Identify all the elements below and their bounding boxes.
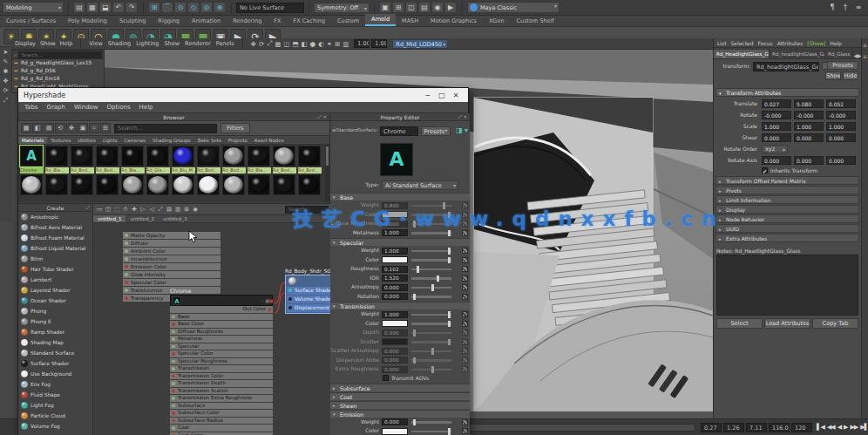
hide-button[interactable]: Hide [843, 71, 858, 80]
create-node-item[interactable]: Light Fog [18, 400, 92, 411]
slider-track[interactable] [411, 223, 451, 226]
slider-track[interactable] [411, 431, 451, 433]
shading-group-row[interactable]: Surface Shader [287, 287, 330, 295]
node-toolbar-icon[interactable]: ▤ [165, 206, 173, 213]
map-button-icon[interactable] [462, 230, 468, 236]
map-button-icon[interactable] [462, 212, 468, 218]
material-preview-swatch[interactable]: A [380, 143, 413, 176]
node-attribute-row[interactable]: Subsurface Color [170, 410, 273, 417]
create-node-item[interactable]: Phong [18, 306, 92, 316]
value-z[interactable]: -0.000 [826, 111, 856, 119]
material-swatch[interactable] [221, 173, 247, 196]
slider-track[interactable] [411, 314, 451, 316]
presets-button[interactable]: Presets [827, 61, 858, 70]
ipr-render-icon[interactable]: ⊞ [392, 2, 404, 13]
transmit-aovs-checkbox[interactable] [383, 375, 389, 381]
playback-button[interactable]: ▶▶ [850, 424, 858, 431]
color-swatch[interactable] [382, 428, 408, 435]
outliner-tree-item[interactable]: ➥Rd_g_HeadlightGlass_Lev15 [12, 59, 104, 67]
shelf-tab[interactable]: Rigging [152, 16, 186, 26]
paint-select-tool-icon[interactable]: ✱ [3, 68, 9, 75]
create-node-item[interactable]: Ramp Shader [18, 327, 92, 337]
map-button-icon[interactable] [462, 419, 468, 425]
base-section-header[interactable]: Base [330, 193, 470, 201]
map-button-icon[interactable] [462, 330, 468, 336]
outliner-tree-item[interactable]: ➥Rd_g_Rd_D56 [12, 67, 104, 75]
material-swatch[interactable]: A Rd_Gla... [146, 145, 171, 173]
select-tool-icon[interactable]: ➤ [3, 49, 9, 56]
browser-search-input[interactable] [114, 124, 217, 133]
viewport-toolbar-icon[interactable]: ⟳ [259, 40, 264, 48]
color-swatch[interactable] [382, 320, 408, 327]
frame-field[interactable]: 0.27 [701, 423, 722, 432]
value-field[interactable]: 0.000 [382, 221, 408, 228]
material-swatch[interactable] [272, 173, 297, 196]
attribute-port[interactable] [172, 352, 175, 356]
viewport-toolbar-icon[interactable]: ✥ [251, 40, 256, 48]
shelf-tab[interactable]: Custom [331, 16, 365, 26]
scale-tool-icon[interactable]: ⤢ [3, 97, 9, 104]
material-swatch[interactable] [120, 173, 146, 196]
shelf-tab[interactable]: Poly Modeling [62, 16, 113, 26]
material-swatch[interactable] [196, 173, 221, 196]
notes-textarea[interactable] [716, 255, 858, 316]
attribute-editor-menu-item[interactable]: Help [830, 40, 842, 46]
attribute-port[interactable] [172, 382, 175, 385]
material-swatch[interactable] [95, 173, 120, 196]
value-field[interactable]: 0.000 [382, 293, 408, 300]
tab-scroll-arrows[interactable]: ◀▶ [853, 52, 861, 58]
hypershade-icon[interactable]: ◉ [431, 2, 444, 13]
filters-button[interactable]: Filters [220, 123, 250, 133]
footer-button[interactable]: Load Attributes [764, 318, 810, 329]
slider-track[interactable] [411, 232, 451, 234]
make-live-icon[interactable]: ⊕ [214, 2, 226, 13]
attribute-port[interactable] [172, 404, 175, 408]
emission-section-header[interactable]: Emission [330, 410, 470, 418]
value-field[interactable]: 0.000 [382, 330, 408, 336]
shelf-tab[interactable]: Motion Graphics [424, 16, 483, 26]
value-x[interactable]: 0.027 [762, 99, 791, 108]
node-attribute-row[interactable]: Transmission [170, 365, 273, 372]
workspace-dropdown[interactable]: Maya Classic [467, 2, 559, 13]
shading-group-row[interactable]: Displacement Shader [287, 304, 330, 312]
slider-track[interactable] [411, 277, 451, 280]
viewport-menu-item[interactable]: Shading [108, 40, 131, 47]
frame-field[interactable]: 116.00 [769, 423, 790, 432]
create-node-item[interactable]: Env Fog [18, 379, 92, 390]
specular-section-header[interactable]: Specular [330, 238, 470, 246]
shading-group-row[interactable]: Volume Shader [287, 296, 330, 303]
slider-track[interactable] [411, 250, 451, 253]
slider-track[interactable] [411, 287, 451, 289]
hypershade-titlebar[interactable]: Hypershade ─ □ ✕ [18, 88, 468, 102]
render-current-frame-icon[interactable]: ▣ [379, 2, 391, 13]
node-attribute-row[interactable]: Metalness [170, 336, 273, 343]
attribute-port[interactable] [125, 281, 128, 284]
color-swatch[interactable] [382, 256, 408, 263]
attribute-port[interactable] [172, 390, 175, 393]
node-attribute-row[interactable]: Matte Opacity [123, 232, 220, 239]
node-attribute-row[interactable]: Incandescence [123, 255, 220, 262]
viewport-toolbar-icon[interactable]: ● [310, 40, 316, 48]
value-z[interactable]: 0.000 [826, 133, 856, 142]
material-swatch[interactable]: A Rd_Blu_M... [171, 145, 196, 173]
value-field[interactable]: 0.000 [382, 348, 408, 355]
node-attribute-row[interactable]: Specular [170, 343, 273, 350]
shelf-tab[interactable]: Sculpting [113, 16, 152, 26]
material-swatch[interactable]: A Rd_Bod... [196, 145, 221, 173]
viewport-camera-dropdown[interactable]: Rd_Mid_LOD450 [392, 39, 448, 49]
browser-toolbar-icon[interactable]: ◧ [32, 123, 43, 133]
map-button-icon[interactable] [462, 248, 468, 254]
frame-field[interactable]: 1.26 [723, 423, 744, 432]
value-field[interactable]: 1.000 [382, 311, 408, 318]
node-toolbar-icon[interactable]: ⤢ [156, 206, 165, 213]
material-swatch[interactable] [247, 173, 272, 196]
attribute-port[interactable] [288, 297, 292, 301]
value-z[interactable]: 1.000 [826, 122, 856, 131]
material-name-field[interactable]: Chrome [380, 126, 418, 136]
maximize-icon[interactable]: □ [435, 92, 449, 99]
transmission-section-header[interactable]: Transmission [330, 302, 470, 309]
map-button-icon[interactable] [462, 321, 468, 327]
shelf-tab[interactable]: FX [268, 16, 287, 26]
shelf-tab[interactable]: Arnold [365, 14, 396, 26]
value-field[interactable]: 0.000 [382, 418, 408, 425]
